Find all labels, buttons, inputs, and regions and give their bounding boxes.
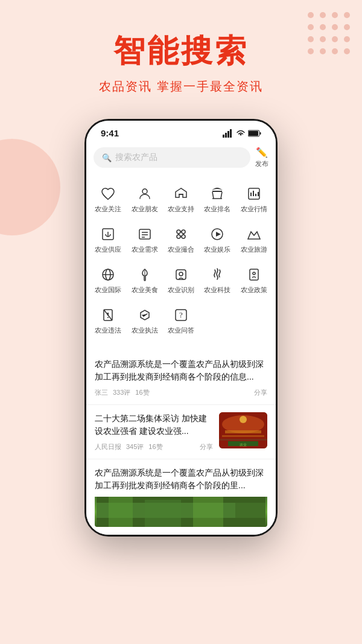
svg-rect-25 [212, 191, 222, 192]
status-time: 9:41 [101, 128, 119, 138]
svg-rect-16 [223, 135, 224, 138]
news-share-2[interactable]: 分享 [200, 442, 213, 451]
svg-point-23 [142, 189, 147, 194]
news-likes-1: 16赞 [135, 388, 149, 397]
news-thumbnail-2: 农业 [219, 412, 267, 448]
svg-point-40 [182, 235, 185, 238]
category-empty-2 [237, 302, 271, 340]
category-item-agriculture-food[interactable]: 农业美食 [127, 261, 161, 299]
svg-point-54 [253, 272, 255, 275]
page-title: 智能搜索 [12, 30, 350, 72]
category-item-agriculture-identify[interactable]: 农业识别 [164, 261, 198, 299]
publish-button[interactable]: ✏️ 发布 [255, 147, 268, 168]
category-label: 农业政策 [241, 285, 267, 295]
news-title-1: 农产品溯源系统是一个覆盖农产品从初级到深加工再到批发商到经销商各个阶段的信息..… [95, 358, 267, 383]
svg-rect-63 [225, 430, 261, 433]
svg-rect-18 [227, 131, 229, 138]
svg-line-58 [104, 310, 112, 320]
category-item-agriculture-tourism[interactable]: 农业旅游 [237, 221, 271, 259]
category-label: 农业供应 [95, 245, 121, 254]
category-item-agriculture-follow[interactable]: 农业关注 [91, 180, 125, 218]
page-subtitle: 农品资讯 掌握一手最全资讯 [12, 78, 350, 95]
search-icon: 🔍 [102, 153, 112, 162]
svg-rect-73 [193, 497, 223, 527]
svg-point-37 [177, 230, 180, 234]
category-label: 农业行情 [241, 205, 267, 214]
category-label: 农业旅游 [241, 245, 267, 254]
category-item-agriculture-demand[interactable]: 农业需求 [127, 221, 161, 259]
news-comments-2: 345评 [126, 442, 144, 451]
svg-point-66 [240, 416, 247, 423]
svg-point-8 [308, 36, 314, 42]
svg-rect-65 [219, 439, 267, 441]
category-item-agriculture-supply[interactable]: 农业供应 [91, 221, 125, 259]
category-item-agriculture-qa[interactable]: ? 农业问答 [164, 302, 198, 340]
svg-point-3 [344, 12, 350, 18]
svg-point-6 [332, 24, 338, 30]
category-item-agriculture-tech[interactable]: 农业科技 [200, 261, 234, 299]
svg-point-7 [344, 24, 350, 30]
svg-rect-72 [145, 500, 181, 527]
svg-rect-71 [109, 497, 133, 527]
battery-icon [248, 130, 261, 137]
news-title-3: 农产品溯源系统是一个覆盖农产品从初级到深加工再到批发商到经销商各个阶段的里... [95, 467, 267, 492]
category-label: 农业支持 [168, 205, 194, 214]
edit-icon: ✏️ [256, 147, 268, 158]
phone-screen: 9:41 [84, 119, 278, 537]
svg-marker-46 [216, 232, 221, 237]
category-item-agriculture-entertainment[interactable]: 农业娱乐 [200, 221, 234, 259]
status-icons [223, 129, 261, 138]
category-item-agriculture-international[interactable]: 农业国际 [91, 261, 125, 299]
category-label: 农业美食 [132, 285, 158, 295]
svg-point-13 [320, 48, 326, 54]
svg-point-10 [332, 36, 338, 42]
category-section: 农业关注 农业朋友 农业支持 [91, 174, 271, 346]
news-item-1[interactable]: 农产品溯源系统是一个覆盖农产品从初级到深加工再到批发商到经销商各个阶段的信息..… [86, 351, 276, 405]
news-share-1[interactable]: 分享 [254, 388, 267, 397]
category-label: 农业问答 [168, 326, 194, 335]
category-item-agriculture-ranking[interactable]: 农业排名 [200, 180, 234, 218]
signal-icon [223, 129, 233, 138]
wifi-icon [236, 130, 246, 137]
svg-point-11 [344, 36, 350, 42]
search-input[interactable]: 🔍 搜索农产品 [94, 147, 250, 168]
news-item-3[interactable]: 农产品溯源系统是一个覆盖农产品从初级到深加工再到批发商到经销商各个阶段的里... [86, 459, 276, 535]
news-likes-2: 16赞 [148, 442, 162, 451]
svg-point-39 [177, 235, 180, 238]
svg-rect-21 [249, 131, 258, 136]
svg-point-2 [332, 12, 338, 18]
publish-label: 发布 [255, 159, 268, 168]
svg-rect-64 [222, 435, 264, 437]
category-label: 农业关注 [95, 205, 121, 214]
category-item-agriculture-market[interactable]: 农业行情 [237, 180, 271, 218]
category-item-agriculture-match[interactable]: 农业撮合 [164, 221, 198, 259]
svg-rect-19 [230, 129, 232, 138]
category-item-agriculture-policy[interactable]: 农业政策 [237, 261, 271, 299]
news-item-2[interactable]: 二十大第二场集体采访 加快建设农业强省 建设农业强... 人民日报 345评 1… [86, 405, 276, 459]
category-label: 农业排名 [204, 205, 230, 214]
status-bar: 9:41 [86, 121, 276, 143]
svg-point-1 [320, 12, 326, 18]
svg-point-9 [320, 36, 326, 42]
news-meta-2: 人民日报 345评 16赞 分享 [95, 442, 213, 451]
svg-rect-17 [225, 133, 227, 138]
category-label: 农业朋友 [132, 205, 158, 214]
category-grid: 农业关注 农业朋友 农业支持 [91, 180, 271, 340]
svg-rect-74 [235, 503, 265, 527]
category-label: 农业执法 [132, 326, 158, 335]
category-label: 农业识别 [168, 285, 194, 295]
category-label: 农业撮合 [168, 245, 194, 254]
category-empty-1 [200, 302, 234, 340]
news-author-2: 人民日报 [95, 442, 121, 451]
category-label: 农业违法 [95, 326, 121, 335]
svg-point-0 [308, 12, 314, 18]
category-item-agriculture-support[interactable]: 农业支持 [164, 180, 198, 218]
category-item-agriculture-illegal[interactable]: 农业违法 [91, 302, 125, 340]
news-author-1: 张三 [95, 388, 108, 397]
category-label: 农业娱乐 [204, 245, 230, 254]
svg-point-15 [344, 48, 350, 54]
thumbnail-image: 农业 [219, 412, 267, 448]
category-item-agriculture-enforcement[interactable]: 农业执法 [127, 302, 161, 340]
category-item-agriculture-friends[interactable]: 农业朋友 [127, 180, 161, 218]
search-bar-row: 🔍 搜索农产品 ✏️ 发布 [86, 143, 276, 174]
